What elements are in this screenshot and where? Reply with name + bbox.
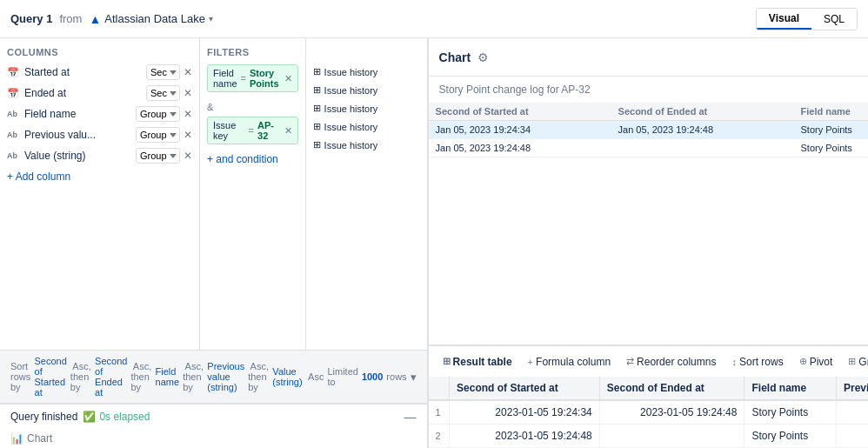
group-aggregate-label: Group & aggregate [858,356,868,368]
pivot-button[interactable]: ⊕ Pivot [792,352,840,371]
col-remove-field-name[interactable]: ✕ [184,108,192,120]
ih-item-5: ⊞ Issue history [313,139,420,150]
query-builder: Columns 📅 Started at Sec ✕ 📅 Ended at Se… [0,38,427,350]
sort-col-1: Second of Started at [35,356,67,398]
settings-button[interactable]: ⚙ [477,50,489,64]
chart-table: Second of Started at Second of Ended at … [429,103,868,157]
col-type-value-string[interactable]: Group [136,148,180,164]
column-row-started-at: 📅 Started at Sec ✕ [7,64,192,80]
query-from-text: from [59,12,82,25]
filter-remove-1[interactable]: ✕ [284,73,292,84]
ih-label-2: Issue history [324,85,378,96]
bar-chart-icon: 📊 [10,432,23,445]
result-table-header: Second of Started at Second of Ended at … [429,377,868,400]
limit-num: 1000 [362,371,383,382]
col-name-value-string: Value (string) [24,150,132,162]
th-field-name: Field name [744,377,837,400]
col-remove-started-at[interactable]: ✕ [184,66,192,78]
chart-cell-end-1: Jan 05, 2023 19:24:48 [611,121,794,139]
group-aggregate-button[interactable]: ⊞ Group & aggregate [841,352,868,371]
col-name-prev-val: Previous valu... [24,129,132,141]
grid-icon-3: ⊞ [313,103,321,114]
grid-icon-1: ⊞ [313,66,321,77]
pivot-label: Pivot [810,356,833,368]
column-row-field-name: Ab Field name Group ✕ [7,106,192,122]
chart-tab-label: Chart [27,432,52,445]
chart-content: Story Point change log for AP-32 Second … [429,77,868,344]
result-row-2: 2 2023-01-05 19:24:48 Story Points 5 4 [429,425,868,448]
filter-val-2: AP-32 [257,120,279,141]
col-type-prev-val[interactable]: Group [136,127,180,143]
atlassian-icon: ▲ [89,12,101,26]
filter-op-1: = [241,73,246,84]
filter-op-2: = [249,125,254,136]
filter-chip-issue-key[interactable]: Issue key = AP-32 ✕ [207,117,298,144]
add-column-button[interactable]: + Add column [7,169,70,184]
ih-item-3: ⊞ Issue history [313,103,420,114]
limit-expand-button[interactable]: ▾ [411,371,417,384]
chart-title: Chart [439,50,471,64]
chart-th-started: Second of Started at [429,103,611,121]
sort-dir-5: Asc [306,371,324,382]
field-name-1: Story Points [744,400,837,425]
columns-section: Columns 📅 Started at Sec ✕ 📅 Ended at Se… [0,38,200,350]
th-prev-val: Previous value (string) [837,377,868,400]
chart-cell-start-2: Jan 05, 2023 19:24:48 [429,139,611,157]
result-table: Second of Started at Second of Ended at … [429,377,868,448]
calendar-icon-2: 📅 [7,88,21,99]
chart-tab[interactable]: 📊 Chart [0,429,427,448]
issue-history-col: ⊞ Issue history ⊞ Issue history ⊞ Issue … [305,38,427,350]
col-remove-ended-at[interactable]: ✕ [184,87,192,99]
top-bar: Query 1 from ▲ Atlassian Data Lake ▾ Vis… [0,0,868,38]
row-num-2: 2 [429,425,450,448]
filter-connector: & [207,101,298,113]
prev-val-1 [837,400,868,425]
status-label: Query finished [10,411,77,423]
group-icon: ⊞ [848,356,856,367]
collapse-button[interactable]: — [404,410,417,424]
query-label: Query 1 [10,12,52,25]
grid-icon-4: ⊞ [313,121,321,132]
col-type-ended-at[interactable]: Sec [146,85,180,101]
col-remove-value-string[interactable]: ✕ [184,150,192,162]
sort-col-2: Second of Ended at [95,356,127,398]
column-row-value-string: Ab Value (string) Group ✕ [7,148,192,164]
ih-label-4: Issue history [324,122,378,132]
sql-tab-button[interactable]: SQL [811,9,857,30]
result-table-button[interactable]: ⊞ Result table [436,352,519,371]
left-panel: Columns 📅 Started at Sec ✕ 📅 Ended at Se… [0,38,428,448]
chart-header: Chart ⚙ ← → Save to dashboard AUTO [429,38,868,77]
status-left: Query finished ✅ 0s elapsed [10,411,150,423]
sort-dir-1: Asc, then by [70,361,91,392]
table-icon: ⊞ [443,356,451,367]
bottom-section: ⊞ Result table + Formula column ⇄ Reorde… [429,344,868,448]
col-type-started-at[interactable]: Sec [146,64,180,80]
filter-remove-2[interactable]: ✕ [284,125,292,137]
status-elapsed: ✅ 0s elapsed [83,411,150,423]
prev-val-2: 5 [837,425,868,448]
reorder-columns-button[interactable]: ⇄ Reorder columns [619,352,723,371]
formula-column-button[interactable]: + Formula column [521,352,618,371]
col-remove-prev-val[interactable]: ✕ [184,129,192,141]
col-name-field-name: Field name [24,108,132,120]
filters-section: Filters Field name = Story Points ✕ & Is… [200,38,305,350]
chart-table-row-2: Jan 05, 2023 19:24:48 Story Points 5 4 [429,139,868,157]
started-at-2: 2023-01-05 19:24:48 [450,425,600,448]
visual-tab-button[interactable]: Visual [757,9,811,30]
reorder-icon: ⇄ [626,356,634,367]
sort-rows-button[interactable]: ↕ Sort rows [724,352,790,371]
col-type-field-name[interactable]: Group [136,106,180,122]
limit-section: Limited to 1000 rows ▾ [327,366,416,387]
filter-chip-field-name[interactable]: Field name = Story Points ✕ [207,64,298,92]
ih-item-2: ⊞ Issue history [313,84,420,96]
chart-table-header-row: Second of Started at Second of Ended at … [429,103,868,121]
elapsed-text: 0s elapsed [99,411,150,423]
chart-th-field: Field name [794,103,868,121]
add-condition-button[interactable]: + and condition [207,153,278,165]
result-area: Second of Started at Second of Ended at … [429,377,868,448]
sort-bar: Sort rows by Second of Started at Asc, t… [0,350,427,404]
data-source[interactable]: ▲ Atlassian Data Lake ▾ [89,12,212,26]
limit-unit: rows [386,371,406,382]
chart-cell-field-1: Story Points [794,121,868,139]
bottom-toolbar: ⊞ Result table + Formula column ⇄ Reorde… [429,345,868,377]
